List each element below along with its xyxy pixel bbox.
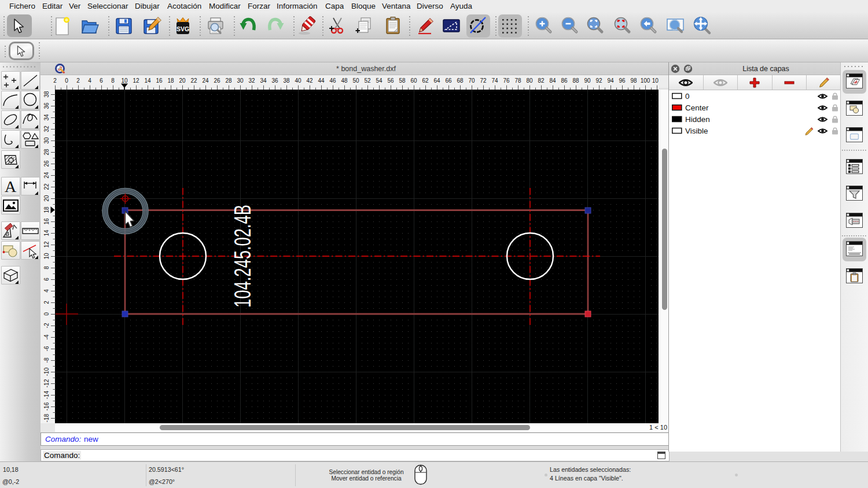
svg-text:18: 18 [167, 77, 174, 84]
svg-text:14: 14 [43, 230, 50, 236]
svg-text:48: 48 [341, 77, 348, 84]
svg-text:-14: -14 [43, 390, 50, 399]
svg-text:88: 88 [572, 77, 579, 84]
svg-text:24: 24 [43, 172, 50, 179]
svg-text:30: 30 [43, 137, 50, 144]
svg-text:52: 52 [364, 77, 371, 84]
svg-text:12: 12 [133, 77, 139, 84]
svg-text:8: 8 [43, 266, 50, 269]
svg-text:56: 56 [387, 77, 394, 84]
svg-text:10: 10 [121, 77, 128, 84]
svg-text:40: 40 [295, 77, 301, 84]
svg-text:64: 64 [433, 77, 440, 84]
svg-text:38: 38 [43, 91, 50, 98]
svg-text:8: 8 [111, 77, 115, 84]
svg-text:Visible: Visible [685, 127, 708, 135]
svg-text:36: 36 [271, 77, 278, 84]
svg-text:14: 14 [144, 77, 151, 84]
svg-text:-16: -16 [43, 402, 50, 411]
svg-text:104.245.02.4B: 104.245.02.4B [230, 205, 255, 308]
svg-text:68: 68 [457, 77, 464, 84]
svg-text:-12: -12 [43, 379, 50, 387]
svg-text:38: 38 [283, 77, 290, 84]
svg-text:-4: -4 [43, 334, 50, 339]
svg-text:86: 86 [561, 77, 568, 84]
svg-text:42: 42 [306, 77, 313, 84]
svg-text:-6: -6 [43, 346, 50, 351]
svg-text:0: 0 [685, 92, 690, 101]
svg-text:34: 34 [260, 77, 267, 84]
svg-text:-8: -8 [43, 357, 50, 363]
svg-text:34: 34 [43, 114, 50, 121]
svg-text:20: 20 [43, 195, 50, 202]
svg-text:SVG: SVG [176, 25, 189, 32]
svg-text:94: 94 [607, 77, 614, 84]
svg-text:62: 62 [422, 77, 429, 84]
svg-text:100: 100 [641, 77, 650, 84]
svg-text:80: 80 [526, 77, 533, 84]
svg-text:18: 18 [43, 206, 50, 213]
svg-text:82: 82 [538, 77, 545, 84]
svg-text:28: 28 [43, 149, 50, 156]
svg-text:78: 78 [514, 77, 521, 84]
svg-text:16: 16 [156, 77, 163, 84]
svg-text:66: 66 [445, 77, 452, 84]
svg-text:10: 10 [43, 253, 50, 260]
svg-text:Hidden: Hidden [685, 115, 710, 124]
svg-text:28: 28 [225, 77, 232, 84]
svg-text:70: 70 [468, 77, 475, 84]
svg-text:74: 74 [491, 77, 498, 84]
svg-text:22: 22 [190, 77, 197, 84]
svg-text:32: 32 [248, 77, 255, 84]
svg-text:76: 76 [503, 77, 510, 84]
svg-text:0: 0 [43, 312, 50, 316]
svg-text:16: 16 [43, 218, 50, 225]
svg-text:6: 6 [100, 77, 103, 84]
svg-text:26: 26 [214, 77, 220, 84]
svg-text:12: 12 [43, 241, 50, 248]
svg-text:26: 26 [43, 160, 50, 167]
svg-text:4: 4 [43, 289, 50, 293]
svg-text:A: A [5, 178, 17, 195]
svg-text:58: 58 [399, 77, 406, 84]
svg-text:102: 102 [652, 77, 659, 84]
svg-text:98: 98 [630, 77, 637, 84]
svg-text:4: 4 [88, 77, 91, 84]
svg-text:Center: Center [685, 103, 709, 112]
svg-text:2: 2 [43, 301, 50, 304]
svg-text:32: 32 [43, 125, 50, 132]
svg-text:36: 36 [43, 102, 50, 109]
svg-text:0: 0 [65, 77, 68, 84]
svg-text:84: 84 [549, 77, 556, 84]
svg-text:-10: -10 [43, 367, 50, 376]
svg-text:90: 90 [584, 77, 591, 84]
svg-text:6: 6 [43, 278, 50, 281]
svg-text:72: 72 [480, 77, 487, 84]
svg-text:50: 50 [352, 77, 359, 84]
svg-text:-2: -2 [43, 323, 50, 328]
svg-text:60: 60 [410, 77, 417, 84]
svg-text:22: 22 [43, 183, 50, 190]
svg-text:46: 46 [329, 77, 336, 84]
svg-text:96: 96 [619, 77, 626, 84]
svg-text:20: 20 [179, 77, 186, 84]
svg-text:2: 2 [53, 77, 57, 84]
svg-text:54: 54 [376, 77, 382, 84]
svg-text:44: 44 [318, 77, 325, 84]
svg-text:92: 92 [595, 77, 602, 84]
svg-text:24: 24 [202, 77, 209, 84]
svg-text:2: 2 [76, 77, 80, 84]
svg-text:-18: -18 [43, 413, 50, 422]
svg-text:30: 30 [237, 77, 244, 84]
